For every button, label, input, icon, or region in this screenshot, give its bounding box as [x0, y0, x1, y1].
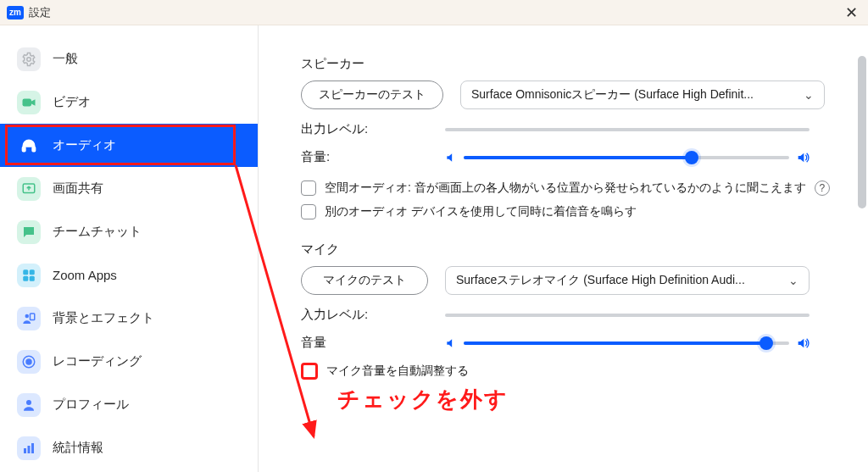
svg-point-9	[25, 314, 30, 318]
sidebar-item-screen-share[interactable]: 画面共有	[0, 167, 258, 210]
sidebar-item-background-effects[interactable]: 背景とエフェクト	[0, 297, 258, 340]
sidebar-item-label: 画面共有	[53, 180, 103, 197]
mic-volume-label: 音量	[301, 335, 428, 351]
svg-point-12	[26, 359, 31, 364]
titlebar: zm 設定 ✕	[0, 0, 868, 25]
sidebar-item-label: ビデオ	[53, 94, 91, 110]
volume-low-icon	[445, 337, 457, 349]
sidebar-item-label: レコーディング	[53, 353, 142, 369]
svg-rect-8	[30, 275, 35, 280]
close-button[interactable]: ✕	[841, 3, 861, 22]
sidebar-item-recording[interactable]: レコーディング	[0, 340, 258, 383]
auto-adjust-mic-checkbox[interactable]	[301, 363, 318, 380]
svg-rect-7	[23, 275, 28, 280]
svg-point-0	[27, 57, 31, 61]
speaker-device-dropdown[interactable]: Surface Omnisonicスピーカー (Surface High Def…	[460, 81, 825, 109]
speaker-volume-label: 音量:	[301, 149, 428, 165]
svg-rect-16	[31, 443, 34, 453]
sidebar-item-general[interactable]: 一般	[0, 37, 258, 81]
speaker-output-level-meter	[445, 128, 810, 131]
close-icon: ✕	[845, 4, 858, 21]
mic-device-value: Surfaceステレオマイク (Surface High Definition …	[456, 273, 745, 288]
scrollbar[interactable]	[858, 56, 866, 208]
mic-heading: マイク	[301, 242, 843, 258]
volume-low-icon	[445, 152, 457, 164]
window-title: 設定	[29, 5, 51, 20]
volume-high-icon	[796, 336, 810, 350]
sidebar-item-profile[interactable]: プロフィール	[0, 383, 258, 426]
test-mic-button[interactable]: マイクのテスト	[301, 266, 428, 295]
gear-icon	[17, 47, 41, 71]
chat-icon	[17, 220, 41, 244]
output-level-label: 出力レベル:	[301, 121, 428, 137]
settings-sidebar: 一般 ビデオ オーディオ 画面共有 チームチャット	[0, 25, 259, 472]
other-audio-device-label: 別のオーディオ デバイスを使用して同時に着信音を鳴らす	[325, 204, 637, 219]
stats-icon	[17, 436, 41, 460]
svg-rect-6	[30, 269, 35, 275]
test-speaker-button[interactable]: スピーカーのテスト	[301, 81, 443, 109]
headphones-icon	[17, 134, 41, 158]
sidebar-item-statistics[interactable]: 統計情報	[0, 426, 258, 469]
zoom-logo-badge: zm	[7, 6, 24, 19]
svg-rect-3	[32, 147, 35, 151]
auto-adjust-mic-label: マイク音量を自動調整する	[326, 364, 469, 379]
help-icon[interactable]: ?	[815, 180, 830, 196]
sidebar-item-label: Zoom Apps	[53, 268, 117, 282]
mic-input-level-meter	[445, 314, 810, 317]
sidebar-item-label: 一般	[53, 51, 78, 67]
svg-rect-10	[31, 314, 35, 320]
sidebar-item-zoom-apps[interactable]: Zoom Apps	[0, 253, 258, 297]
mic-device-dropdown[interactable]: Surfaceステレオマイク (Surface High Definition …	[445, 266, 810, 295]
audio-settings-panel: スピーカー スピーカーのテスト Surface Omnisonicスピーカー (…	[259, 25, 868, 472]
sidebar-item-team-chat[interactable]: チームチャット	[0, 210, 258, 253]
share-screen-icon	[17, 177, 41, 201]
mic-volume-slider[interactable]	[445, 336, 810, 350]
svg-rect-15	[28, 446, 31, 453]
sidebar-item-audio[interactable]: オーディオ	[0, 124, 258, 167]
sidebar-item-label: プロフィール	[53, 397, 129, 413]
chevron-down-icon: ⌄	[788, 274, 798, 287]
sidebar-item-video[interactable]: ビデオ	[0, 81, 258, 124]
sidebar-item-label: オーディオ	[53, 137, 116, 153]
apps-icon	[17, 264, 41, 287]
svg-rect-1	[23, 98, 32, 106]
speaker-volume-slider[interactable]	[445, 151, 810, 164]
svg-rect-14	[24, 448, 26, 453]
profile-icon	[17, 393, 41, 417]
video-icon	[17, 91, 41, 114]
svg-rect-2	[23, 147, 25, 151]
sidebar-item-label: チームチャット	[53, 224, 142, 240]
speaker-heading: スピーカー	[301, 56, 843, 72]
speaker-device-value: Surface Omnisonicスピーカー (Surface High Def…	[471, 87, 754, 103]
svg-rect-5	[23, 269, 28, 275]
svg-point-13	[26, 400, 31, 405]
sidebar-item-label: 背景とエフェクト	[53, 310, 154, 326]
spatial-audio-label: 空間オーディオ: 音が画面上の各人物がいる位置から発せられているかのように聞こえ…	[325, 180, 806, 196]
sidebar-item-label: 統計情報	[53, 440, 103, 456]
volume-high-icon	[796, 151, 810, 164]
background-icon	[17, 307, 41, 330]
chevron-down-icon: ⌄	[804, 88, 814, 102]
recording-icon	[17, 350, 41, 374]
other-audio-device-checkbox[interactable]	[301, 204, 316, 219]
input-level-label: 入力レベル:	[301, 307, 428, 323]
spatial-audio-checkbox[interactable]	[301, 180, 316, 196]
